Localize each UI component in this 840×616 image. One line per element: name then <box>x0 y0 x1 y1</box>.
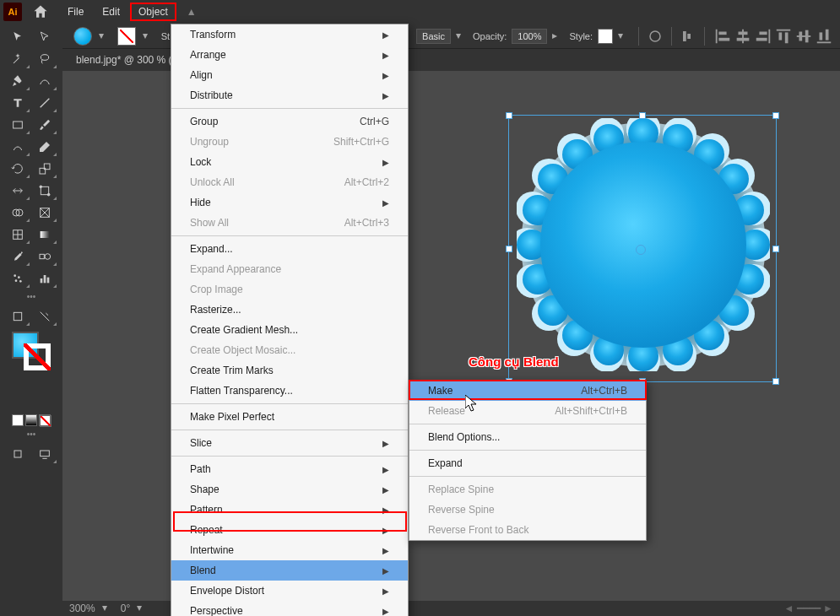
menu-item-slice[interactable]: Slice▶ <box>171 433 408 453</box>
svg-rect-40 <box>44 275 46 283</box>
menu-item-expand-[interactable]: Expand... <box>171 239 408 259</box>
svg-point-34 <box>45 254 51 260</box>
symbol-sprayer-tool[interactable] <box>5 268 30 289</box>
brush-basic[interactable]: Basic <box>416 29 451 44</box>
menu-edit[interactable]: Edit <box>94 3 128 21</box>
gradient-mode-icon[interactable] <box>25 414 37 426</box>
svg-point-27 <box>47 193 50 196</box>
svg-rect-39 <box>41 278 43 283</box>
free-transform-tool[interactable] <box>32 181 57 201</box>
rotate-tool[interactable] <box>5 159 30 179</box>
paintbrush-tool[interactable] <box>32 115 57 135</box>
rectangle-tool[interactable] <box>5 115 30 135</box>
gradient-tool[interactable] <box>32 224 57 245</box>
width-tool[interactable] <box>5 181 30 201</box>
shaper-tool[interactable] <box>5 137 30 157</box>
menu-bar: Ai File Edit Object ▲ <box>0 0 840 24</box>
line-tool[interactable] <box>32 93 57 113</box>
control-bar: Path ▾ ▾ St Basic▾ Opacity: 100% ▸ Style… <box>0 24 840 49</box>
opacity-value[interactable]: 100% <box>512 29 547 44</box>
submenu-item-expand[interactable]: Expand <box>409 453 646 473</box>
menu-item-distribute[interactable]: Distribute▶ <box>171 85 408 105</box>
style-swatch[interactable] <box>598 29 613 44</box>
svg-point-0 <box>650 31 660 41</box>
stroke-swatch[interactable] <box>117 27 136 46</box>
mesh-tool[interactable] <box>5 224 30 245</box>
menu-object[interactable]: Object <box>130 3 176 21</box>
screen-mode-icon[interactable] <box>32 444 57 464</box>
artboard-tool[interactable] <box>5 306 30 327</box>
svg-rect-42 <box>14 312 21 320</box>
align-center-h-icon[interactable] <box>734 27 752 46</box>
menu-item-rasterize-[interactable]: Rasterize... <box>171 300 408 320</box>
stroke-label: St <box>161 31 170 41</box>
fill-stroke-picker[interactable] <box>12 332 51 370</box>
zoom-level[interactable]: 300% <box>69 602 95 614</box>
perspective-grid-tool[interactable] <box>32 203 57 223</box>
menu-item-expand-appearance: Expand Appearance <box>171 259 408 279</box>
menu-item-make-pixel-perfect[interactable]: Make Pixel Perfect <box>171 407 408 427</box>
menu-item-transform[interactable]: Transform▶ <box>171 24 408 45</box>
menu-item-intertwine[interactable]: Intertwine▶ <box>171 540 408 560</box>
menu-item-shape[interactable]: Shape▶ <box>171 479 408 500</box>
curvature-tool[interactable] <box>32 71 57 91</box>
tools-panel: ••• ••• <box>0 24 62 616</box>
svg-rect-33 <box>40 254 44 258</box>
menu-item-create-object-mosaic-: Create Object Mosaic... <box>171 340 408 360</box>
recolor-icon[interactable] <box>648 29 663 44</box>
stroke-color[interactable] <box>24 343 51 370</box>
align-right-icon[interactable] <box>754 27 772 46</box>
column-graph-tool[interactable] <box>32 268 57 289</box>
submenu-item-make[interactable]: MakeAlt+Ctrl+B <box>409 381 646 401</box>
menu-item-arrange[interactable]: Arrange▶ <box>171 45 408 65</box>
menu-item-repeat[interactable]: Repeat▶ <box>171 520 408 540</box>
menu-item-create-trim-marks[interactable]: Create Trim Marks <box>171 360 408 381</box>
draw-normal-icon[interactable] <box>5 444 30 464</box>
lasso-tool[interactable] <box>32 49 57 69</box>
rotate-value[interactable]: 0° <box>121 602 130 614</box>
shape-builder-tool[interactable] <box>5 203 30 223</box>
submenu-item-blend-options-[interactable]: Blend Options... <box>409 427 646 447</box>
scale-tool[interactable] <box>32 159 57 179</box>
align-bottom-icon[interactable] <box>815 27 833 46</box>
eraser-tool[interactable] <box>32 137 57 157</box>
menu-item-flatten-transparency-[interactable]: Flatten Transparency... <box>171 381 408 401</box>
type-tool[interactable] <box>5 93 30 113</box>
blend-tool[interactable] <box>32 246 57 267</box>
svg-rect-32 <box>41 231 50 238</box>
none-mode-icon[interactable] <box>39 414 51 426</box>
svg-rect-5 <box>718 37 729 41</box>
chevron-right-icon[interactable]: ▸ <box>552 30 564 43</box>
menu-item-envelope-distort[interactable]: Envelope Distort▶ <box>171 581 408 601</box>
eyedropper-tool[interactable] <box>5 246 30 267</box>
home-icon[interactable] <box>32 3 49 20</box>
direct-selection-tool[interactable] <box>32 27 57 47</box>
pen-tool[interactable] <box>5 71 30 91</box>
menu-item-lock[interactable]: Lock▶ <box>171 152 408 172</box>
edit-toolbar-icon[interactable]: ••• <box>2 292 61 301</box>
menu-item-perspective[interactable]: Perspective▶ <box>171 601 408 616</box>
document-tab[interactable]: blend.jpg* @ 300 % (C <box>68 51 187 69</box>
align-top-icon[interactable] <box>774 27 793 46</box>
object-menu-dropdown: Transform▶Arrange▶Align▶Distribute▶Group… <box>171 24 409 616</box>
menu-item-pattern[interactable]: Pattern▶ <box>171 500 408 520</box>
align-left-icon[interactable] <box>713 27 732 46</box>
menu-item-align[interactable]: Align▶ <box>171 65 408 85</box>
svg-rect-4 <box>718 31 726 35</box>
menu-item-path[interactable]: Path▶ <box>171 459 408 479</box>
align-center-v-icon[interactable] <box>794 27 813 46</box>
selection-tool[interactable] <box>5 27 30 47</box>
menu-file[interactable]: File <box>59 3 92 21</box>
color-mode-icon[interactable] <box>12 414 24 426</box>
menu-item-blend[interactable]: Blend▶ <box>171 560 408 581</box>
slice-tool[interactable] <box>32 306 57 327</box>
magic-wand-tool[interactable] <box>5 49 30 69</box>
svg-rect-7 <box>739 31 748 35</box>
menu-item-create-gradient-mesh-[interactable]: Create Gradient Mesh... <box>171 320 408 340</box>
toolbar-more-icon[interactable]: ••• <box>2 430 61 439</box>
align-panel-icon[interactable] <box>680 29 696 44</box>
menu-item-group[interactable]: GroupCtrl+G <box>171 111 408 132</box>
svg-rect-3 <box>716 29 718 43</box>
menu-item-hide[interactable]: Hide▶ <box>171 192 408 213</box>
fill-swatch[interactable] <box>73 27 92 46</box>
